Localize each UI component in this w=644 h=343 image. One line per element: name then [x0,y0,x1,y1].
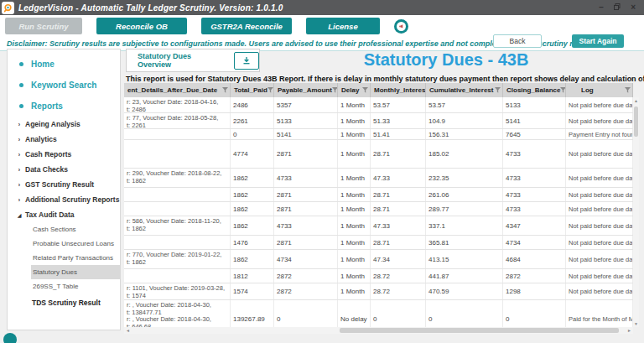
horizontal-scrollbar[interactable]: ◄ ► [124,327,633,334]
sidebar-item-tds-scrutiny-result[interactable]: TDS Scrutiny Result [8,294,120,311]
cell-log: Not paid before due date [566,97,633,112]
table-row[interactable]: r: , Voucher Date: 2018-04-30,t: 138477.… [124,300,633,327]
cell-payable: 2871 [274,140,338,168]
scroll-right-icon[interactable]: ► [626,327,633,334]
reconcile-ob-button[interactable]: Reconcile OB [96,18,187,34]
horizontal-scroll-thumb[interactable] [340,328,619,333]
sidebar-item-data-checks[interactable]: ›Data Checks [8,162,120,177]
filter-icon[interactable] [495,87,501,93]
license-button[interactable]: License [306,18,380,34]
table-row[interactable]: 186228711 Month28.71289.774733Not paid b… [124,202,633,216]
cell-monthly: 28.71 [371,202,426,216]
sidebar-item-gst-scrutiny-result[interactable]: ›GST Scrutiny Result [8,177,120,192]
sidebar-item-reports[interactable]: Reports [8,96,120,117]
column-header-total-paid[interactable]: Total_Paid [231,83,274,97]
table-row[interactable]: 186228711 Month28.71261.064733Not paid b… [124,188,633,202]
table-row[interactable]: 051411 Month51.41156.317645Payment Entry… [124,129,633,140]
cell-delay: 1 Month [338,250,371,268]
sidebar-item-label: Data Checks [25,165,68,174]
cell-total-paid: 1862 [231,216,274,235]
cell-total-paid: 1862 [231,202,274,216]
sidebar-item-tax-audit-data[interactable]: ◢Tax Audit Data [8,207,120,222]
sidebar-item-statutory-dues[interactable]: Statutory Dues [31,265,120,279]
cell-payable: 5133 [274,113,338,128]
minimize-button[interactable]: − [599,3,604,12]
cell-log: Not paid before due date [566,269,633,283]
table-row[interactable]: r: 1101, Voucher Date: 2019-03-28,t: 157… [124,283,633,300]
sidebar-item-cash-reports[interactable]: ›Cash Reports [8,147,120,162]
table-row[interactable]: r: 290, Voucher Date: 2018-08-22,t: 1862… [124,169,633,188]
cell-total-paid: 4774 [231,140,274,168]
table-row[interactable]: r: 77, Voucher Date: 2018-05-28,t: 22612… [124,113,633,129]
cell-closing: 4733 [503,169,566,187]
filter-icon[interactable] [362,87,368,93]
sidebar-item-analytics[interactable]: ›Analytics [8,132,120,147]
chevron-expanded-icon: ◢ [13,212,25,218]
cell-cumulative: 232.35 [426,169,503,187]
cell-delay: 1 Month [338,283,371,299]
column-header-delay[interactable]: Delay [338,83,371,97]
chevron-right-icon: › [13,122,25,127]
column-header-monthly-interest[interactable]: Monthly_Interest [371,83,426,97]
column-header-cumulative-interest[interactable]: Cumulative_Interest [426,83,503,97]
sidebar-item-label: Statutory Dues [33,268,77,276]
gstr2a-reconcile-button[interactable]: GSTR2A Reconcile [201,18,292,34]
filter-icon[interactable] [332,87,338,93]
cell-payable: 2871 [274,236,338,249]
column-header-payable-amount[interactable]: Payable_Amount [274,83,338,97]
sidebar-item-probable-unsecured-loans[interactable]: Probable Unsecured Loans [31,236,120,251]
sidebar-item-ageing-analysis[interactable]: ›Ageing Analysis [8,117,120,132]
restore-button[interactable] [614,3,621,12]
scroll-up-icon[interactable]: ▲ [633,97,639,104]
column-header-log[interactable]: Log [566,83,633,97]
start-again-button[interactable]: Start Again [572,34,624,48]
sidebar-item-269ss-t-table[interactable]: 269SS_T Table [31,279,120,294]
scroll-down-icon[interactable]: ▼ [633,320,639,327]
column-header-ent-details-after-due-date[interactable]: ent_Details_After_Due_Date [124,83,231,97]
table-row[interactable]: 147628711 Month28.71365.814734Not paid b… [124,236,633,250]
export-button[interactable] [234,52,259,70]
column-header-closing-balance[interactable]: Closing_Balance [503,83,566,97]
sidebar-item-additional-scrutiny-reports[interactable]: ›Additional Scrutiny Reports [8,192,120,207]
column-label: Delay [341,86,359,94]
filter-icon[interactable] [222,87,228,93]
cell-payable: 4733 [274,169,338,187]
sidebar-item-home[interactable]: Home [8,54,120,75]
workspace: HomeKeyword SearchReports›Ageing Analysi… [0,51,644,343]
sidebar-item-cash-sections[interactable]: Cash Sections [31,222,120,236]
filter-icon[interactable] [625,87,631,93]
megaphone-icon[interactable] [394,19,408,34]
panel-title: Statutory Dues Overview [127,52,226,69]
cell-closing: 5133 [503,97,566,112]
cell-payment-details: r: 770, Voucher Date: 2019-01-22,t: 1862 [124,250,231,268]
chevron-right-icon: › [13,197,25,203]
cell-total-paid: 2261 [231,113,274,128]
column-label: Closing_Balance [506,86,560,94]
table-row[interactable]: r: 770, Voucher Date: 2019-01-22,t: 1862… [124,250,633,269]
table-row[interactable]: r: 586, Voucher Date: 2018-11-20,t: 1862… [124,216,633,236]
run-scrutiny-button[interactable]: Run Scrutiny [5,18,82,34]
table-row[interactable]: r: 23, Voucher Date: 2018-04-16,t: 24862… [124,97,633,113]
filter-icon[interactable] [267,87,273,93]
table-row[interactable]: 181228721 Month28.72441.872872Not paid b… [124,269,633,283]
column-label: Total_Paid [234,86,267,94]
bullet-icon [19,83,23,87]
scroll-left-icon[interactable]: ◄ [124,327,132,334]
window-title: LedgerVision - Automatic Tally Ledger Sc… [18,3,283,13]
report-description: This report is used for Statutory Dues 4… [126,75,644,83]
cell-payable: 2872 [274,283,338,299]
sidebar-item-related-party-transactions[interactable]: Related Party Transactions [31,251,120,265]
close-button[interactable]: × [631,3,636,12]
cell-closing: 0 [503,300,566,327]
cell-cumulative: 185.02 [426,140,503,168]
vertical-scrollbar[interactable]: ▲ ▼ [633,97,639,327]
sidebar-item-keyword-search[interactable]: Keyword Search [8,75,120,96]
sidebar-item-label: Related Party Transactions [33,254,113,262]
notification-bubble[interactable] [3,333,17,343]
back-button[interactable]: Back [493,34,542,48]
table-row[interactable]: 477428711 Month28.71185.024733Not paid b… [124,140,633,169]
cell-monthly: 0 [371,300,426,327]
cell-delay: 1 Month [338,269,371,283]
vertical-scroll-thumb[interactable] [634,107,638,137]
cell-payment-details [124,202,231,216]
